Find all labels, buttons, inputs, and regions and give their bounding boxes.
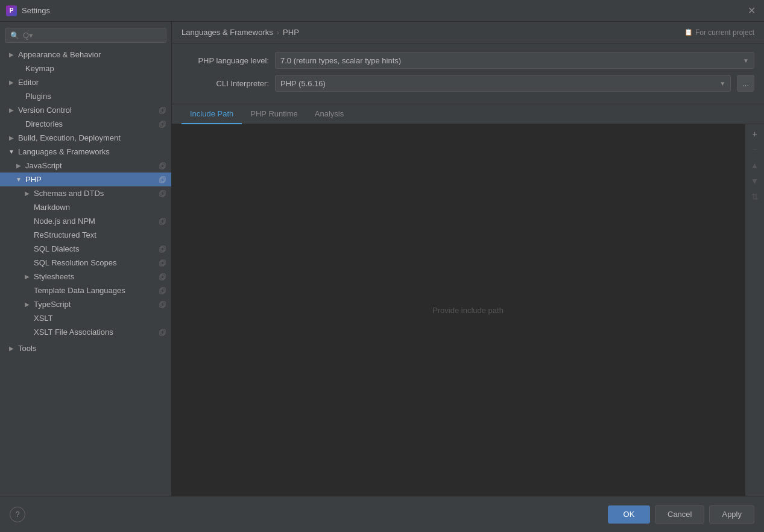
bottom-buttons: OK Cancel Apply bbox=[608, 505, 754, 524]
sidebar-item-editor[interactable]: ▶ Editor bbox=[0, 75, 171, 89]
cli-interpreter-value: PHP (5.6.16) bbox=[280, 79, 719, 88]
side-toolbar: + − ▲ ▼ ⇅ bbox=[745, 124, 764, 496]
title-bar-left: P Settings bbox=[6, 5, 50, 16]
php-language-level-label: PHP language level: bbox=[182, 56, 269, 65]
expand-arrow-tools: ▶ bbox=[7, 344, 16, 353]
sidebar-item-stylesheets[interactable]: ▶ Stylesheets bbox=[0, 270, 171, 283]
remove-path-button[interactable]: − bbox=[748, 142, 762, 157]
expand-arrow-editor: ▶ bbox=[7, 78, 16, 87]
copy-icon-dirs bbox=[159, 121, 166, 128]
copy-icon-nodejs bbox=[159, 218, 166, 225]
sidebar-item-label: XSLT bbox=[34, 314, 166, 323]
svg-rect-6 bbox=[160, 178, 164, 183]
sidebar-item-label: Template Data Languages bbox=[34, 286, 157, 295]
sidebar-item-keymap[interactable]: ▶ Keymap bbox=[0, 62, 171, 75]
sidebar-item-label: Keymap bbox=[25, 64, 166, 73]
apply-button[interactable]: Apply bbox=[709, 505, 754, 524]
move-down-button[interactable]: ▼ bbox=[748, 174, 762, 188]
sidebar-item-label: XSLT File Associations bbox=[34, 328, 157, 337]
include-path-placeholder: Provide include path bbox=[432, 306, 504, 315]
sidebar-item-label: PHP bbox=[25, 175, 157, 184]
sidebar-item-label: Plugins bbox=[25, 92, 166, 101]
svg-rect-1 bbox=[161, 107, 165, 112]
svg-rect-5 bbox=[161, 163, 165, 168]
svg-rect-2 bbox=[160, 122, 164, 127]
sort-button[interactable]: ⇅ bbox=[748, 189, 762, 204]
svg-rect-16 bbox=[160, 275, 164, 280]
search-icon: 🔍 bbox=[10, 31, 19, 40]
sidebar-item-label: Stylesheets bbox=[34, 272, 157, 281]
breadcrumb-for-project: 📋 For current project bbox=[684, 28, 754, 37]
cli-interpreter-select[interactable]: PHP (5.6.16) ▼ bbox=[275, 75, 731, 92]
include-path-content: Provide include path + − ▲ ▼ ⇅ bbox=[172, 124, 764, 496]
sidebar-item-label: Appearance & Behavior bbox=[18, 50, 166, 59]
search-box[interactable]: 🔍 bbox=[5, 28, 166, 43]
sidebar-item-label: Node.js and NPM bbox=[34, 217, 157, 226]
svg-rect-20 bbox=[160, 303, 164, 308]
copy-icon-schemas bbox=[159, 190, 166, 197]
sidebar-item-build[interactable]: ▶ Build, Execution, Deployment bbox=[0, 131, 171, 145]
cli-interpreter-row: CLI Interpreter: PHP (5.6.16) ▼ ... bbox=[182, 75, 754, 92]
copy-icon-sql-r bbox=[159, 259, 166, 267]
sidebar-item-appearance[interactable]: ▶ Appearance & Behavior bbox=[0, 48, 171, 62]
tab-analysis[interactable]: Analysis bbox=[306, 104, 352, 124]
sidebar-item-directories[interactable]: ▶ Directories bbox=[0, 117, 171, 131]
sidebar-item-label: Directories bbox=[25, 119, 157, 128]
add-path-button[interactable]: + bbox=[748, 127, 762, 141]
cancel-button[interactable]: Cancel bbox=[655, 505, 704, 524]
sidebar-item-typescript[interactable]: ▶ TypeScript bbox=[0, 297, 171, 311]
copy-icon-template bbox=[159, 287, 166, 294]
sidebar-item-template-data[interactable]: ▶ Template Data Languages bbox=[0, 283, 171, 297]
sidebar-item-label: Build, Execution, Deployment bbox=[18, 133, 166, 142]
sidebar-item-restructured[interactable]: ▶ ReStructured Text bbox=[0, 228, 171, 242]
sidebar-item-xslt[interactable]: ▶ XSLT bbox=[0, 311, 171, 325]
svg-rect-11 bbox=[161, 218, 165, 223]
search-input[interactable] bbox=[23, 31, 161, 40]
cli-interpreter-label: CLI Interpreter: bbox=[182, 79, 269, 88]
svg-rect-13 bbox=[161, 246, 165, 251]
php-language-level-select[interactable]: 7.0 (return types, scalar type hints) ▼ bbox=[275, 52, 754, 69]
svg-rect-0 bbox=[160, 109, 164, 113]
svg-rect-21 bbox=[161, 302, 165, 306]
ok-button[interactable]: OK bbox=[608, 505, 650, 524]
sidebar-section: ▶ Appearance & Behavior ▶ Keymap ▶ Edito… bbox=[0, 48, 171, 355]
sidebar-item-tools[interactable]: ▶ Tools bbox=[0, 341, 171, 355]
tab-php-runtime[interactable]: PHP Runtime bbox=[242, 104, 306, 124]
svg-rect-14 bbox=[160, 261, 164, 266]
sidebar-item-sql-resolution[interactable]: ▶ SQL Resolution Scopes bbox=[0, 256, 171, 270]
svg-rect-7 bbox=[161, 177, 165, 182]
sidebar-item-nodejs[interactable]: ▶ Node.js and NPM bbox=[0, 214, 171, 228]
sidebar-item-label: SQL Dialects bbox=[34, 244, 157, 253]
svg-rect-9 bbox=[161, 191, 165, 195]
sidebar-item-label: TypeScript bbox=[34, 300, 157, 309]
app-icon: P bbox=[6, 5, 17, 16]
close-button[interactable]: ✕ bbox=[745, 4, 758, 17]
sidebar-item-label: ReStructured Text bbox=[34, 230, 166, 239]
sidebar-item-schemas[interactable]: ▶ Schemas and DTDs bbox=[0, 186, 171, 200]
sidebar-item-version-control[interactable]: ▶ Version Control bbox=[0, 103, 171, 117]
copy-icon-sql-d bbox=[159, 245, 166, 253]
sidebar-item-languages[interactable]: ▼ Languages & Frameworks bbox=[0, 145, 171, 159]
cli-interpreter-browse-button[interactable]: ... bbox=[737, 75, 754, 92]
tab-include-path[interactable]: Include Path bbox=[182, 104, 242, 124]
sidebar-item-php[interactable]: ▼ PHP bbox=[0, 173, 171, 186]
sidebar-item-label: Schemas and DTDs bbox=[34, 189, 157, 198]
sidebar-item-label: Version Control bbox=[18, 106, 157, 115]
breadcrumb-separator: › bbox=[277, 28, 279, 37]
expand-arrow-appearance: ▶ bbox=[7, 51, 16, 59]
sidebar-item-label: JavaScript bbox=[25, 161, 157, 170]
bottom-bar: ? OK Cancel Apply bbox=[0, 496, 764, 532]
sidebar-item-sql-dialects[interactable]: ▶ SQL Dialects bbox=[0, 242, 171, 256]
expand-arrow-languages: ▼ bbox=[7, 148, 16, 156]
chevron-down-icon-cli: ▼ bbox=[719, 80, 725, 87]
help-button[interactable]: ? bbox=[10, 507, 25, 522]
sidebar-item-javascript[interactable]: ▶ JavaScript bbox=[0, 159, 171, 173]
expand-arrow-php: ▼ bbox=[14, 176, 23, 184]
sidebar-item-markdown[interactable]: ▶ Markdown bbox=[0, 200, 171, 214]
sidebar-item-plugins[interactable]: ▶ Plugins bbox=[0, 89, 171, 103]
svg-rect-17 bbox=[161, 274, 165, 279]
move-up-button[interactable]: ▲ bbox=[748, 158, 762, 173]
sidebar-item-xslt-assoc[interactable]: ▶ XSLT File Associations bbox=[0, 325, 171, 339]
php-language-level-row: PHP language level: 7.0 (return types, s… bbox=[182, 52, 754, 69]
svg-rect-10 bbox=[160, 220, 164, 224]
